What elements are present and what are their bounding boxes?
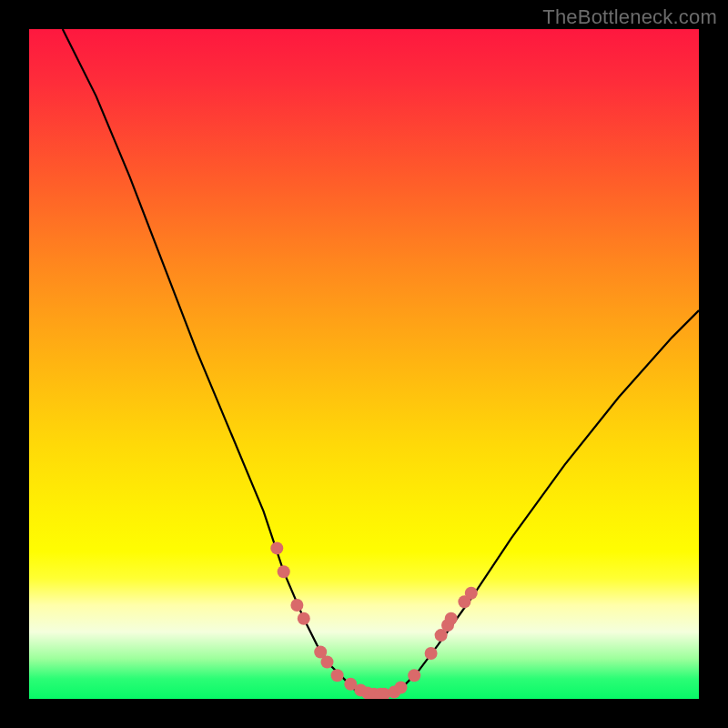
curve-right-branch xyxy=(398,310,699,692)
curve-marker xyxy=(378,688,390,699)
marker-group xyxy=(270,541,478,699)
curve-marker xyxy=(408,669,420,682)
curve-left-branch xyxy=(63,29,358,693)
curve-marker xyxy=(290,599,303,612)
curve-marker xyxy=(465,587,478,600)
curve-marker xyxy=(435,629,448,642)
curve-marker xyxy=(354,683,367,696)
chart-frame xyxy=(29,29,699,699)
curve-marker xyxy=(344,678,357,691)
curve-marker xyxy=(374,688,387,699)
curve-marker xyxy=(278,565,290,578)
curve-marker xyxy=(445,612,458,625)
curve-marker xyxy=(331,669,344,682)
curve-marker xyxy=(425,647,438,660)
curve-marker xyxy=(321,656,334,669)
curve-marker xyxy=(368,688,380,699)
curve-marker xyxy=(388,686,400,699)
watermark-text: TheBottleneck.com xyxy=(542,5,717,29)
curve-marker xyxy=(298,612,310,625)
curve-valley-floor xyxy=(358,693,398,696)
bottleneck-curve-svg xyxy=(29,29,699,699)
curve-marker xyxy=(458,595,470,608)
curve-marker xyxy=(314,646,327,659)
curve-marker xyxy=(270,541,283,554)
curve-marker xyxy=(361,686,374,699)
curve-marker xyxy=(395,682,408,694)
curve-marker xyxy=(441,619,454,632)
